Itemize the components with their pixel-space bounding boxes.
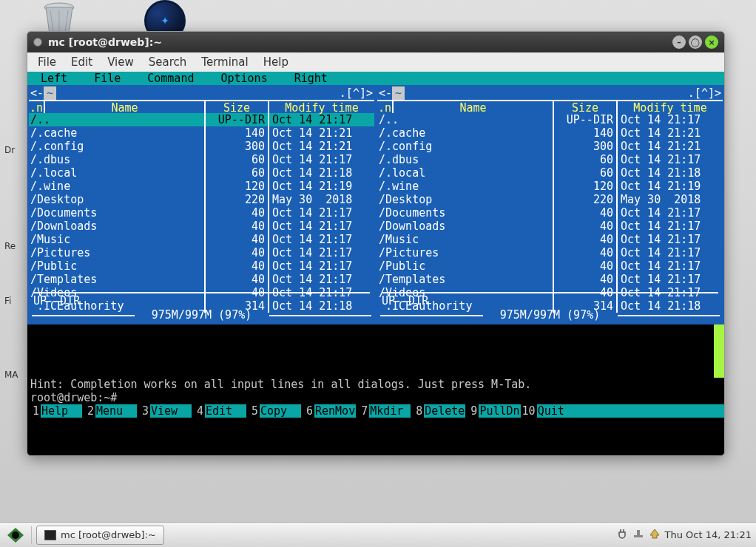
col-modify[interactable]: Modify time bbox=[618, 101, 723, 113]
mc-menu-right[interactable]: Right bbox=[281, 72, 341, 85]
file-row[interactable]: /Public40Oct 14 21:17 bbox=[29, 259, 374, 273]
file-row[interactable]: /.cache140Oct 14 21:21 bbox=[377, 126, 723, 140]
mc-menu-left[interactable]: Left bbox=[27, 72, 81, 85]
file-row[interactable]: /Desktop220May 30 2018 bbox=[29, 193, 374, 206]
taskbar-clock[interactable]: Thu Oct 14, 21:21 bbox=[665, 529, 752, 540]
col-n[interactable]: .n bbox=[377, 101, 394, 113]
menu-file[interactable]: File bbox=[30, 54, 64, 70]
desktop-label: MA bbox=[4, 370, 18, 380]
file-row[interactable]: /Pictures40Oct 14 21:17 bbox=[377, 246, 723, 259]
file-name: /Downloads bbox=[377, 220, 554, 233]
terminal-area[interactable]: Left File Command Options Right <- ~ .[^… bbox=[27, 72, 724, 455]
file-row[interactable]: /.dbus60Oct 14 21:17 bbox=[29, 153, 374, 166]
file-row[interactable]: /.wine120Oct 14 21:19 bbox=[29, 180, 374, 193]
file-row[interactable]: /..UP--DIROct 14 21:17 bbox=[29, 113, 374, 126]
panel-scroll-icon[interactable]: .[^]> bbox=[340, 86, 373, 100]
file-size: 40 bbox=[206, 206, 269, 220]
network-icon[interactable] bbox=[632, 528, 644, 542]
fkey-renmov[interactable]: 6RenMov bbox=[301, 404, 356, 418]
fkey-help[interactable]: 1Help bbox=[27, 404, 82, 418]
mc-menu-options[interactable]: Options bbox=[207, 72, 280, 85]
file-size: 40 bbox=[206, 246, 269, 259]
file-row[interactable]: /Downloads40Oct 14 21:17 bbox=[377, 220, 723, 233]
up-arrow-icon[interactable] bbox=[649, 528, 661, 542]
file-row[interactable]: /Music40Oct 14 21:17 bbox=[377, 233, 723, 246]
file-row[interactable]: /Documents40Oct 14 21:17 bbox=[377, 206, 723, 220]
window-menu-icon[interactable] bbox=[33, 38, 42, 47]
file-row[interactable]: /.config300Oct 14 21:21 bbox=[377, 140, 723, 153]
fkey-mkdir[interactable]: 7Mkdir bbox=[356, 404, 411, 418]
mc-menu-command[interactable]: Command bbox=[134, 72, 207, 85]
fkey-label: Menu bbox=[95, 404, 137, 418]
file-row[interactable]: /.cache140Oct 14 21:21 bbox=[29, 126, 374, 140]
col-size[interactable]: Size bbox=[206, 101, 269, 113]
fkey-view[interactable]: 3View bbox=[137, 404, 192, 418]
mc-menu-file[interactable]: File bbox=[81, 72, 134, 85]
file-mtime: Oct 14 21:17 bbox=[618, 233, 723, 246]
file-name: /Pictures bbox=[29, 246, 206, 259]
file-size: 60 bbox=[554, 166, 618, 180]
left-path[interactable]: ~ bbox=[44, 86, 56, 100]
fkey-pulldn[interactable]: 9PullDn bbox=[465, 404, 520, 418]
file-size: 40 bbox=[206, 259, 269, 273]
menu-edit[interactable]: Edit bbox=[64, 54, 100, 70]
minimize-button[interactable]: – bbox=[672, 35, 686, 49]
taskbar-task-button[interactable]: mc [root@drweb]:~ bbox=[36, 526, 164, 545]
file-name: /Music bbox=[29, 233, 206, 246]
file-name: /.local bbox=[377, 166, 554, 180]
titlebar[interactable]: mc [root@drweb]:~ – ◯ × bbox=[27, 32, 724, 52]
path-left-arrow-icon[interactable]: <- bbox=[379, 86, 392, 100]
file-row[interactable]: /Desktop220May 30 2018 bbox=[377, 193, 723, 206]
fkey-quit[interactable]: 10Quit bbox=[521, 404, 578, 418]
fkey-copy[interactable]: 5Copy bbox=[246, 404, 301, 418]
col-modify[interactable]: Modify time bbox=[269, 101, 374, 113]
file-mtime: May 30 2018 bbox=[269, 193, 374, 206]
file-row[interactable]: /.config300Oct 14 21:21 bbox=[29, 140, 374, 153]
fkey-menu[interactable]: 2Menu bbox=[82, 404, 137, 418]
file-row[interactable]: /.dbus60Oct 14 21:17 bbox=[377, 153, 723, 166]
fkey-edit[interactable]: 4Edit bbox=[192, 404, 246, 418]
right-header-row: .n Name Size Modify time bbox=[377, 100, 723, 113]
maximize-button[interactable]: ◯ bbox=[689, 35, 702, 49]
file-row[interactable]: /Templates40Oct 14 21:17 bbox=[377, 273, 723, 286]
path-left-arrow-icon[interactable]: <- bbox=[30, 86, 44, 100]
file-mtime: Oct 14 21:18 bbox=[618, 166, 723, 180]
left-panel[interactable]: <- ~ .[^]> .n Name Size Modify time /..U… bbox=[27, 85, 376, 325]
file-row[interactable]: /Pictures40Oct 14 21:17 bbox=[29, 246, 374, 259]
close-button[interactable]: × bbox=[705, 35, 718, 49]
menu-search[interactable]: Search bbox=[141, 54, 195, 70]
file-row[interactable]: /..UP--DIROct 14 21:17 bbox=[377, 113, 723, 126]
file-row[interactable]: /.wine120Oct 14 21:19 bbox=[377, 180, 723, 193]
file-mtime: Oct 14 21:17 bbox=[618, 273, 723, 286]
file-row[interactable]: /Music40Oct 14 21:17 bbox=[29, 233, 374, 246]
right-path[interactable]: ~ bbox=[392, 86, 405, 100]
col-name[interactable]: Name bbox=[394, 101, 554, 113]
file-name: /Documents bbox=[29, 206, 206, 220]
menu-view[interactable]: View bbox=[100, 54, 141, 70]
fkey-label: Help bbox=[41, 404, 82, 418]
file-name: /Public bbox=[377, 259, 554, 273]
file-mtime: Oct 14 21:17 bbox=[269, 113, 374, 126]
file-row[interactable]: /.local60Oct 14 21:18 bbox=[29, 166, 374, 180]
power-plug-icon[interactable] bbox=[616, 528, 628, 542]
menu-help[interactable]: Help bbox=[256, 54, 296, 70]
file-row[interactable]: /Documents40Oct 14 21:17 bbox=[29, 206, 374, 220]
shell-prompt[interactable]: root@drweb:~# bbox=[30, 391, 117, 404]
file-row[interactable]: /Templates40Oct 14 21:17 bbox=[29, 273, 374, 286]
start-menu-icon[interactable] bbox=[4, 526, 27, 545]
fkey-delete[interactable]: 8Delete bbox=[411, 404, 465, 418]
col-size[interactable]: Size bbox=[554, 101, 618, 113]
file-size: 120 bbox=[554, 180, 618, 193]
col-name[interactable]: Name bbox=[45, 101, 206, 113]
right-panel[interactable]: <- ~ .[^]> .n Name Size Modify time /..U… bbox=[376, 85, 724, 325]
taskbar: mc [root@drweb]:~ Thu Oct 14, 21:21 bbox=[0, 522, 756, 547]
panel-scroll-icon[interactable]: .[^]> bbox=[688, 86, 721, 100]
menu-terminal[interactable]: Terminal bbox=[194, 54, 255, 70]
file-row[interactable]: /Public40Oct 14 21:17 bbox=[377, 259, 723, 273]
file-mtime: Oct 14 21:17 bbox=[269, 153, 374, 166]
file-size: 40 bbox=[554, 246, 618, 259]
file-mtime: Oct 14 21:17 bbox=[269, 233, 374, 246]
col-n[interactable]: .n bbox=[29, 101, 45, 113]
file-row[interactable]: /Downloads40Oct 14 21:17 bbox=[29, 220, 374, 233]
file-row[interactable]: /.local60Oct 14 21:18 bbox=[377, 166, 723, 180]
